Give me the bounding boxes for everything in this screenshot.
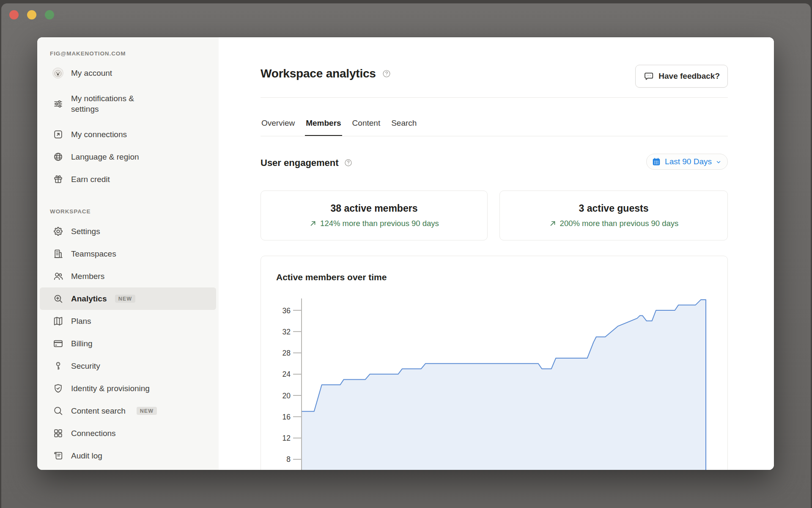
analytics-main-panel: Workspace analytics Have feedback? Overv… [219, 37, 774, 470]
zoom-window-button[interactable] [45, 10, 54, 19]
avatar-icon [52, 67, 64, 79]
sidebar-item-label: Settings [71, 226, 100, 237]
stat-card: 3 active guests 200% more than previous … [499, 190, 728, 240]
tab-overview[interactable]: Overview [261, 111, 296, 136]
svg-text:20: 20 [283, 392, 291, 400]
sidebar-item-label: Audit log [71, 450, 102, 461]
sidebar-item-label: Analytics [71, 293, 107, 304]
chart-svg: 363228242016128 [261, 297, 728, 470]
sidebar-item-members[interactable]: Members [40, 265, 216, 287]
svg-text:32: 32 [283, 328, 291, 336]
sidebar-item-label: Earn credit [71, 174, 110, 185]
new-badge: NEW [137, 407, 157, 415]
svg-text:36: 36 [283, 306, 291, 315]
stat-delta: 124% more than previous 90 days [309, 219, 439, 228]
minimize-window-button[interactable] [27, 10, 36, 19]
sidebar-item-content-search[interactable]: Content search NEW [40, 400, 216, 422]
sidebar-item-settings[interactable]: Settings [40, 220, 216, 243]
tab-label: Search [391, 119, 417, 128]
tab-label: Overview [261, 119, 295, 128]
svg-text:16: 16 [283, 413, 291, 421]
sidebar-item-label: My connections [71, 129, 127, 140]
credit-card-icon [52, 338, 64, 350]
sidebar-item-my-notifications-settings[interactable]: My notifications & settings [40, 84, 216, 123]
analytics-tab-bar: OverviewMembersContentSearch [261, 111, 728, 136]
help-circle-icon[interactable] [382, 69, 391, 78]
date-range-label: Last 90 Days [665, 157, 712, 166]
magnifier-icon [52, 405, 64, 417]
shield-check-icon [52, 383, 64, 395]
sidebar-item-label: Members [71, 271, 104, 282]
engagement-stat-cards: 38 active members 124% more than previou… [261, 190, 728, 240]
sidebar-item-label: Teamspaces [71, 248, 116, 259]
sidebar-item-connections[interactable]: Connections [40, 422, 216, 444]
tab-label: Members [306, 119, 341, 128]
date-range-selector[interactable]: Last 90 Days [646, 154, 728, 170]
key-icon [52, 360, 64, 372]
have-feedback-button[interactable]: Have feedback? [635, 65, 728, 88]
page-title: Workspace analytics [261, 67, 376, 80]
sidebar-item-label: Plans [71, 316, 91, 326]
sidebar-item-billing[interactable]: Billing [40, 332, 216, 355]
gift-icon [52, 174, 64, 185]
stat-value: 3 active guests [579, 203, 649, 214]
stat-delta: 200% more than previous 90 days [549, 219, 679, 228]
have-feedback-label: Have feedback? [658, 72, 720, 81]
sidebar-item-plans[interactable]: Plans [40, 310, 216, 332]
arrow-up-right-icon [309, 220, 317, 227]
globe-icon [52, 151, 64, 163]
window-controls [9, 10, 54, 19]
user-engagement-header: User engagement [261, 157, 353, 168]
sidebar-item-earn-credit[interactable]: Earn credit [40, 168, 216, 190]
tab-search[interactable]: Search [390, 111, 417, 136]
help-circle-icon[interactable] [344, 158, 353, 168]
tab-content[interactable]: Content [351, 111, 381, 136]
tab-members[interactable]: Members [305, 111, 342, 136]
sidebar-item-audit-log[interactable]: Audit log [40, 444, 216, 467]
building-icon [52, 248, 64, 260]
arrow-up-right-icon [549, 220, 557, 227]
sidebar-item-identity-provisioning[interactable]: Identity & provisioning [40, 377, 216, 400]
map-icon [52, 315, 64, 327]
chevron-down-icon [716, 159, 721, 165]
active-members-chart-card: Active members over time 363228242016128 [261, 256, 728, 470]
sidebar-item-label: My notifications & settings [71, 93, 134, 114]
stat-value: 38 active members [331, 203, 418, 214]
svg-text:12: 12 [283, 434, 291, 442]
page-header: Workspace analytics [261, 67, 391, 80]
sidebar-item-label: Billing [71, 338, 93, 349]
scroll-icon [52, 450, 64, 462]
sidebar-item-my-connections[interactable]: My connections [40, 123, 216, 146]
gear-icon [52, 226, 64, 237]
sidebar-item-label: My account [71, 68, 112, 78]
sidebar-item-analytics[interactable]: Analytics NEW [40, 287, 216, 310]
sidebar-item-label: Content search [71, 406, 126, 416]
sliders-icon [52, 98, 64, 110]
sidebar-item-label: Language & region [71, 152, 139, 162]
sidebar-item-label: Security [71, 361, 100, 371]
workspace-section-label: WORKSPACE [50, 208, 91, 215]
calendar-icon [652, 157, 661, 166]
settings-window: FIG@MAKENOTION.COM My account My notific… [37, 37, 774, 470]
svg-text:8: 8 [286, 455, 291, 464]
new-badge: NEW [115, 295, 135, 303]
close-window-button[interactable] [9, 10, 19, 19]
svg-text:28: 28 [283, 349, 291, 357]
magnifier-plus-icon [52, 293, 64, 305]
sidebar-item-my-account[interactable]: My account [40, 62, 216, 84]
sidebar-item-security[interactable]: Security [40, 355, 216, 377]
arrow-out-box-icon [52, 129, 64, 141]
stat-card: 38 active members 124% more than previou… [261, 190, 488, 240]
sidebar-item-language-region[interactable]: Language & region [40, 146, 216, 168]
sidebar-item-teamspaces[interactable]: Teamspaces [40, 243, 216, 265]
sidebar-item-label: Identity & provisioning [71, 383, 150, 394]
tab-label: Content [352, 119, 381, 128]
user-engagement-title: User engagement [261, 157, 339, 168]
account-email-label: FIG@MAKENOTION.COM [50, 50, 126, 57]
grid-icon [52, 428, 64, 439]
speech-bubble-icon [643, 71, 654, 82]
people-icon [52, 271, 64, 282]
svg-text:24: 24 [283, 370, 291, 378]
settings-sidebar: FIG@MAKENOTION.COM My account My notific… [37, 37, 219, 470]
sidebar-item-label: Connections [71, 428, 116, 439]
